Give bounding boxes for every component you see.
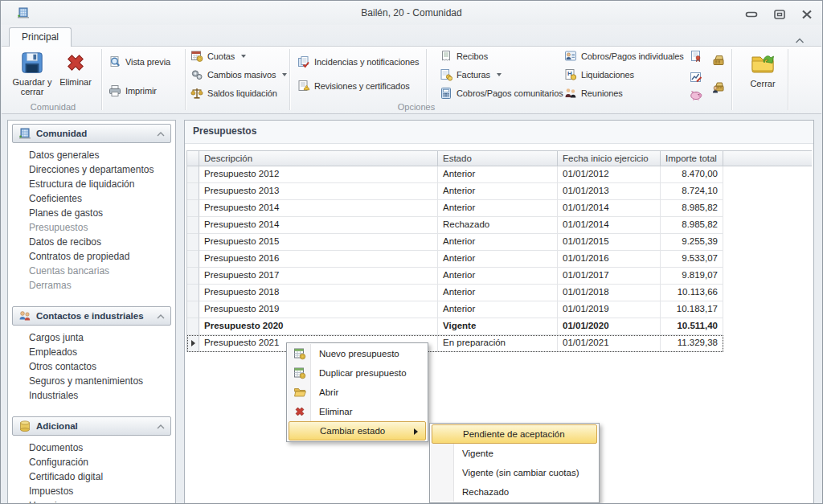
recibos-button[interactable]: Recibos bbox=[440, 49, 488, 63]
cell-estado[interactable]: Vigente bbox=[438, 318, 558, 335]
facturas-button[interactable]: Facturas bbox=[440, 68, 502, 81]
tab-principal[interactable]: Principal bbox=[9, 27, 72, 47]
sidebar-item[interactable]: Empleados bbox=[29, 345, 175, 359]
chevron-up-icon[interactable] bbox=[157, 421, 165, 431]
cell-importe[interactable]: 10.511,40 bbox=[661, 318, 723, 335]
cell-descripcion[interactable]: Presupuesto 2018 bbox=[199, 285, 438, 301]
cell-importe[interactable]: 11.329,38 bbox=[661, 335, 723, 352]
cell-estado[interactable]: Anterior bbox=[438, 183, 558, 200]
menu-item-duplicar-presupuesto[interactable]: Duplicar presupuesto bbox=[288, 363, 427, 383]
caja-button[interactable] bbox=[712, 53, 725, 67]
sidebar-section-contactos[interactable]: Contactos e industriales bbox=[12, 306, 171, 326]
cell-descripcion[interactable]: Presupuesto 2015 bbox=[199, 234, 438, 251]
cell-estado[interactable]: Rechazado bbox=[438, 217, 558, 234]
ahorro-button[interactable] bbox=[690, 88, 702, 101]
cell-descripcion[interactable]: Presupuesto 2012 bbox=[199, 166, 438, 183]
cell-fecha[interactable]: 01/01/2014 bbox=[558, 217, 661, 234]
submenu-item-vigente-sin-cuotas[interactable]: Vigente (sin cambiar cuotas) bbox=[431, 463, 598, 482]
delete-button[interactable]: Eliminar bbox=[55, 49, 96, 104]
table-row[interactable]: Presupuesto 2021 En preparación 01/01/20… bbox=[187, 335, 812, 352]
cell-importe[interactable]: 8.985,82 bbox=[661, 217, 723, 234]
certificado-button[interactable] bbox=[690, 49, 702, 63]
sidebar-item[interactable]: Impuestos bbox=[29, 484, 175, 498]
sidebar-item[interactable]: Certificado digital bbox=[29, 469, 175, 484]
cell-fecha[interactable]: 01/01/2012 bbox=[558, 166, 661, 183]
cell-estado[interactable]: Anterior bbox=[438, 200, 558, 217]
liquidaciones-button[interactable]: H Liquidaciones bbox=[564, 68, 634, 81]
sidebar-item[interactable]: Estructura de liquidación bbox=[29, 177, 175, 191]
sidebar-item[interactable]: Planes de gastos bbox=[29, 206, 175, 220]
cell-fecha[interactable]: 01/01/2019 bbox=[558, 301, 661, 318]
incidencias-button[interactable]: Incidencias y notificaciones bbox=[297, 55, 420, 68]
table-row[interactable]: Presupuesto 2012 Anterior 01/01/2012 8.4… bbox=[187, 166, 812, 183]
cell-importe[interactable]: 8.985,82 bbox=[661, 200, 723, 217]
cell-estado[interactable]: Anterior bbox=[438, 301, 558, 318]
table-row[interactable]: Presupuesto 2017 Anterior 01/01/2017 9.8… bbox=[187, 268, 812, 285]
chevron-up-icon[interactable] bbox=[157, 129, 165, 138]
cerrar-button[interactable]: Cerrar bbox=[741, 49, 784, 104]
cell-descripcion[interactable]: Presupuesto 2019 bbox=[199, 301, 438, 318]
table-row[interactable]: Presupuesto 2019 Anterior 01/01/2019 10.… bbox=[187, 301, 812, 318]
informes-button[interactable] bbox=[690, 70, 702, 84]
table-row[interactable]: Presupuesto 2014 Rechazado 01/01/2014 8.… bbox=[187, 217, 812, 234]
menu-item-nuevo-presupuesto[interactable]: Nuevo presupuesto bbox=[288, 344, 427, 363]
saldos-liquidacion-button[interactable]: Saldos liquidación bbox=[190, 86, 277, 100]
cell-fecha[interactable]: 01/01/2013 bbox=[558, 183, 661, 200]
sidebar-item[interactable]: Datos de recibos bbox=[29, 235, 175, 249]
cell-estado[interactable]: Anterior bbox=[438, 251, 558, 268]
cell-importe[interactable]: 8.724,10 bbox=[661, 183, 723, 200]
cell-estado[interactable]: Anterior bbox=[438, 268, 558, 285]
cell-estado[interactable]: En preparación bbox=[438, 335, 558, 352]
column-header-estado[interactable]: Estado bbox=[438, 151, 558, 166]
sidebar-item[interactable]: Coeficientes bbox=[29, 191, 175, 206]
cell-importe[interactable]: 10.183,17 bbox=[661, 301, 723, 318]
sidebar-item[interactable]: Seguros y mantenimientos bbox=[29, 374, 175, 388]
menu-item-cambiar-estado[interactable]: Cambiar estado bbox=[289, 421, 426, 440]
cell-fecha[interactable]: 01/01/2014 bbox=[558, 200, 661, 217]
table-row[interactable]: Presupuesto 2020 Vigente 01/01/2020 10.5… bbox=[187, 318, 812, 335]
column-header-fecha[interactable]: Fecha inicio ejercicio bbox=[558, 151, 661, 166]
cell-descripcion[interactable]: Presupuesto 2013 bbox=[199, 183, 438, 200]
cell-estado[interactable]: Anterior bbox=[438, 234, 558, 251]
sidebar-item[interactable]: Derramas bbox=[29, 278, 175, 293]
restore-button[interactable] bbox=[774, 8, 785, 23]
submenu-item-rechazado[interactable]: Rechazado bbox=[431, 482, 598, 502]
cell-importe[interactable]: 9.255,39 bbox=[661, 234, 723, 251]
submenu-item-vigente[interactable]: Vigente bbox=[431, 444, 598, 463]
submenu-item-pendiente[interactable]: Pendiente de aceptación bbox=[432, 424, 597, 444]
cobros-comunitarios-button[interactable]: Cobros/Pagos comunitarios bbox=[440, 86, 563, 100]
cell-importe[interactable]: 9.819,07 bbox=[661, 268, 723, 285]
save-close-button[interactable]: Guardar y cerrar bbox=[11, 49, 53, 104]
sidebar-item[interactable]: Industriales bbox=[29, 388, 175, 403]
sidebar-item[interactable]: Datos generales bbox=[29, 148, 175, 162]
sidebar-item[interactable]: Configuración bbox=[29, 455, 175, 469]
table-row[interactable]: Presupuesto 2016 Anterior 01/01/2016 9.5… bbox=[187, 251, 812, 268]
minimize-button[interactable] bbox=[745, 8, 758, 23]
close-button[interactable] bbox=[801, 8, 813, 23]
sidebar-item[interactable]: Contratos de propiedad bbox=[29, 249, 175, 264]
cell-descripcion[interactable]: Presupuesto 2014 bbox=[199, 200, 438, 217]
cell-fecha[interactable]: 01/01/2015 bbox=[558, 234, 661, 251]
sidebar-section-comunidad[interactable]: Comunidad bbox=[12, 124, 171, 143]
sidebar-item[interactable]: Cargos junta bbox=[29, 330, 175, 345]
cell-estado[interactable]: Anterior bbox=[438, 166, 558, 183]
sidebar-item[interactable]: Otros contactos bbox=[29, 359, 175, 374]
reuniones-button[interactable]: Reuniones bbox=[564, 86, 623, 100]
cell-importe[interactable]: 8.470,00 bbox=[661, 166, 723, 183]
imprimir-button[interactable]: Imprimir bbox=[109, 84, 157, 97]
chevron-up-icon[interactable] bbox=[157, 311, 165, 321]
cell-importe[interactable]: 9.533,07 bbox=[661, 251, 723, 268]
cell-descripcion[interactable]: Presupuesto 2014 bbox=[199, 217, 438, 234]
table-row[interactable]: Presupuesto 2014 Anterior 01/01/2014 8.9… bbox=[187, 200, 812, 217]
cuotas-button[interactable]: Cuotas bbox=[190, 49, 246, 63]
sidebar-item[interactable]: Direcciones y departamentos bbox=[29, 162, 175, 177]
cell-descripcion[interactable]: Presupuesto 2016 bbox=[199, 251, 438, 268]
caja-persona-button[interactable] bbox=[712, 80, 725, 94]
cell-descripcion[interactable]: Presupuesto 2020 bbox=[199, 318, 438, 335]
column-header-descripcion[interactable]: Descripción bbox=[199, 151, 438, 166]
column-header-importe[interactable]: Importe total bbox=[661, 151, 723, 166]
sidebar-item[interactable]: Presupuestos bbox=[29, 220, 175, 235]
table-row[interactable]: Presupuesto 2013 Anterior 01/01/2013 8.7… bbox=[187, 183, 812, 200]
table-row[interactable]: Presupuesto 2015 Anterior 01/01/2015 9.2… bbox=[187, 234, 812, 251]
cell-fecha[interactable]: 01/01/2020 bbox=[558, 318, 661, 335]
